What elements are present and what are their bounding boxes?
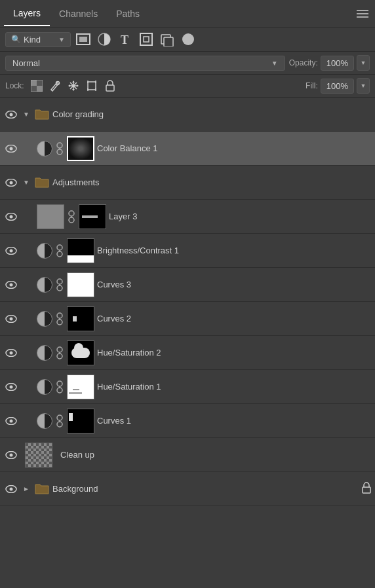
kind-filter-select[interactable]: 🔍 Kind ▼ (5, 32, 71, 47)
layer-layer3[interactable]: Layer 3 (0, 200, 375, 234)
layer-chain-icon[interactable] (55, 278, 64, 292)
layer-background[interactable]: ► Background (0, 472, 375, 506)
visibility-eye-icon[interactable] (4, 210, 18, 224)
layer-name: Color Balance 1 (97, 143, 371, 153)
svg-point-60 (57, 381, 62, 386)
layer-name: Background (52, 484, 359, 494)
group-chevron-icon[interactable]: ▼ (21, 109, 31, 120)
adjustment-type-icon (37, 345, 52, 361)
layer-chain-icon[interactable] (55, 380, 64, 394)
svg-rect-9 (37, 86, 43, 92)
svg-point-41 (57, 251, 62, 257)
visibility-eye-icon[interactable] (4, 448, 18, 462)
svg-marker-15 (72, 89, 75, 91)
layer-hue-saturation-2[interactable]: Hue/Saturation 2 (0, 336, 375, 370)
lock-artboard-button[interactable] (85, 79, 99, 93)
group-chevron-icon[interactable]: ► (21, 484, 31, 494)
visibility-eye-icon[interactable] (4, 278, 18, 292)
visibility-eye-icon[interactable] (4, 244, 18, 258)
filter-fill-icon[interactable] (180, 31, 197, 48)
svg-point-56 (57, 354, 62, 359)
filter-adjustment-icon[interactable] (96, 31, 113, 48)
visibility-eye-icon[interactable] (4, 175, 18, 190)
group-color-grading[interactable]: ▼ Color grading (0, 98, 375, 132)
layer-chain-icon[interactable] (55, 346, 64, 360)
filter-pixel-icon[interactable] (75, 31, 92, 48)
svg-point-59 (10, 385, 13, 388)
lock-transparency-button[interactable] (30, 79, 44, 93)
visibility-eye-icon[interactable] (4, 482, 18, 496)
layer-name: Curves 2 (97, 314, 371, 323)
fill-group: Fill: 100% ▼ (306, 78, 370, 94)
lock-position-button[interactable] (66, 79, 81, 93)
lock-image-button[interactable] (48, 79, 62, 93)
svg-point-65 (57, 415, 62, 420)
fill-label: Fill: (306, 81, 318, 90)
svg-point-54 (10, 351, 13, 354)
layer-curves-2[interactable]: Curves 2 (0, 302, 375, 336)
blend-mode-select[interactable]: Normal ▼ (5, 56, 285, 71)
fill-value[interactable]: 100% (321, 79, 354, 94)
svg-point-7 (182, 33, 194, 45)
svg-marker-17 (77, 84, 79, 87)
layer-chain-icon[interactable] (55, 414, 64, 428)
svg-point-29 (57, 149, 62, 155)
opacity-arrow-button[interactable]: ▼ (357, 55, 370, 71)
layer-thumbnail (67, 238, 94, 263)
svg-rect-8 (31, 80, 37, 86)
lock-all-button[interactable] (103, 79, 117, 93)
layer-brightness-contrast-1[interactable]: Brightness/Contrast 1 (0, 234, 375, 268)
layer-color-balance-1[interactable]: Color Balance 1 (0, 132, 375, 166)
opacity-group: Opacity: 100% ▼ (289, 55, 370, 71)
group-adjustments[interactable]: ▼ Adjustments (0, 166, 375, 200)
visibility-eye-icon[interactable] (4, 380, 18, 394)
layer-thumbnail (67, 340, 94, 365)
visibility-eye-icon[interactable] (4, 107, 18, 122)
svg-point-39 (10, 249, 13, 252)
lock-fill-toolbar: Lock: (0, 75, 375, 98)
layer-thumbnail (67, 306, 94, 331)
layer-chain-icon[interactable] (55, 312, 64, 326)
svg-point-25 (10, 113, 13, 116)
layer-curves-1[interactable]: Curves 1 (0, 404, 375, 438)
svg-text:T: T (121, 33, 128, 46)
opacity-label: Opacity: (289, 58, 318, 67)
layer-chain-icon[interactable] (67, 210, 76, 224)
adjustment-type-icon (37, 141, 52, 156)
svg-marker-16 (68, 84, 70, 87)
layer-hue-saturation-1[interactable]: Hue/Saturation 1 (0, 370, 375, 404)
layer-curves-3[interactable]: Curves 3 (0, 268, 375, 302)
svg-point-49 (10, 317, 13, 320)
fill-arrow-button[interactable]: ▼ (357, 78, 370, 94)
visibility-eye-icon[interactable] (4, 141, 18, 156)
svg-rect-72 (363, 487, 370, 493)
layer-thumbnail (67, 375, 94, 399)
layer-name: Layer 3 (109, 211, 371, 221)
svg-point-55 (57, 347, 62, 352)
svg-point-51 (57, 320, 62, 325)
layer-chain-icon[interactable] (55, 244, 64, 258)
visibility-eye-icon[interactable] (4, 346, 18, 360)
group-chevron-icon[interactable]: ▼ (21, 177, 31, 188)
layer-clean-up[interactable]: Clean up (0, 438, 375, 472)
svg-rect-11 (31, 86, 37, 92)
filter-shape-icon[interactable] (138, 31, 155, 48)
layer-thumbnail (67, 136, 94, 161)
panel-menu-button[interactable] (354, 7, 371, 20)
tab-channels[interactable]: Channels (50, 2, 107, 26)
layer-thumbnail (37, 204, 64, 229)
visibility-eye-icon[interactable] (4, 414, 18, 428)
lock-label: Lock: (5, 81, 24, 90)
adjustment-type-icon (37, 413, 52, 429)
filter-type-icon[interactable]: T (117, 31, 134, 48)
opacity-value[interactable]: 100% (321, 56, 354, 71)
svg-point-46 (57, 285, 62, 291)
layer-chain-icon[interactable] (55, 141, 64, 156)
layer-lock-icon (362, 482, 371, 496)
svg-point-27 (10, 147, 13, 150)
filter-smart-icon[interactable] (159, 31, 176, 48)
visibility-eye-icon[interactable] (4, 312, 18, 326)
tab-paths[interactable]: Paths (107, 2, 149, 26)
tab-layers[interactable]: Layers (4, 1, 50, 26)
svg-point-40 (57, 245, 62, 250)
